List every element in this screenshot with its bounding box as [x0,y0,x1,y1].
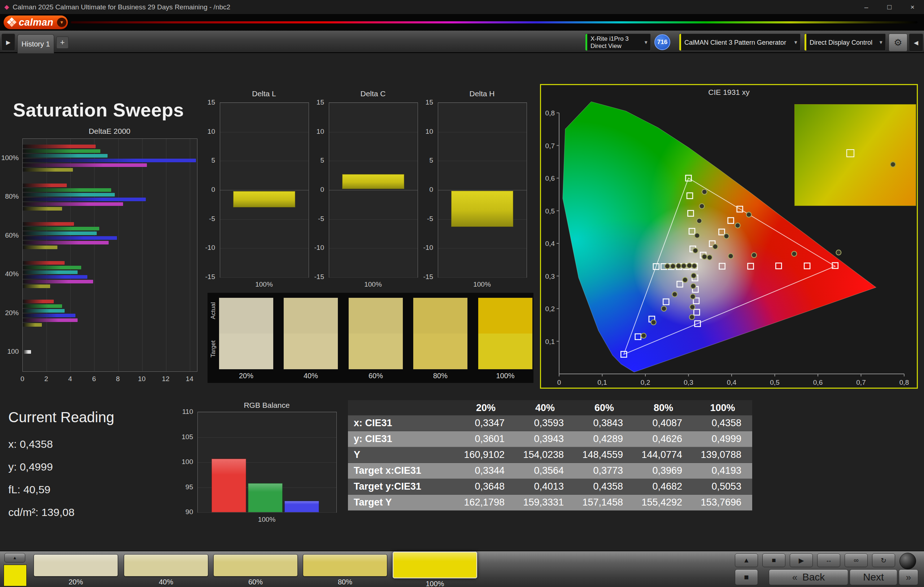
plot-area [22,138,198,372]
pattern-swatch-60%[interactable] [213,554,298,577]
table-cell: 139,0788 [693,447,752,463]
plot-area [438,102,527,278]
cie-measured-dot [713,244,718,249]
deltae-bar [23,318,78,322]
gridline [329,248,417,248]
step-button[interactable]: ↔ [817,554,840,567]
plot-area [329,102,418,278]
target-row-label: Target [210,340,217,357]
chart-title: Delta L [220,89,308,98]
swatch-column: 20% [219,298,274,380]
gridline [220,190,309,191]
pattern-swatch-80%[interactable] [303,554,387,577]
measurement-count-badge[interactable]: 716 [654,34,670,50]
meter-name: X-Rite i1Pro 3 [591,35,629,43]
refresh-button[interactable]: ↻ [872,554,895,567]
next-page-chevron-button[interactable]: » [899,569,918,585]
chart-title: DeltaE 2000 [22,127,197,136]
rainbow-gradient-strip [71,21,917,23]
y-tick-label: -15 [309,273,324,281]
chart-title: CIE 1931 xy [541,88,917,97]
stop-button[interactable]: ■ [735,569,758,585]
cie-measured-dot [728,253,733,258]
chevron-down-icon[interactable]: ▼ [644,39,648,45]
cie-measured-dot [672,292,677,297]
table-cell: 0,3843 [574,415,634,431]
cie-measured-dot [687,263,692,268]
collapse-panel-button[interactable]: ◀ [909,33,923,51]
pattern-swatch-wrap: 40% [124,554,208,586]
close-button[interactable]: × [901,0,924,14]
pattern-swatch-label: 60% [213,578,298,586]
pattern-window-button[interactable]: ▲ [4,553,25,562]
table-cell: 0,3564 [515,463,574,479]
calman-menu-button[interactable]: calman ▼ [3,15,68,29]
pattern-swatch-100%[interactable] [393,552,477,578]
calman-logo-text: calman [19,17,53,28]
record-indicator-button[interactable] [899,553,916,569]
meter-dropdown[interactable]: X-Rite i1Pro 3 Direct View ▼ [585,33,651,51]
table-cell: 0,5053 [693,479,752,495]
cie-measured-dot [792,251,797,257]
chevron-down-icon[interactable]: ▼ [878,39,883,45]
meter-label: X-Rite i1Pro 3 Direct View [591,35,629,50]
pattern-swatch-label: 100% [393,580,477,587]
table-row-label: Target x:CIE31 [348,463,456,479]
pattern-swatch-40%[interactable] [124,554,208,577]
chevron-down-icon[interactable]: ▼ [57,18,66,27]
cie-measured-dot [746,212,751,217]
x-tick-label: 0,2 [641,378,650,386]
deltae-bar [23,145,96,148]
deltae-bar [23,275,87,279]
stop-small-button[interactable]: ■ [762,554,785,567]
rgb-balance-chart: RGB Balance 1101051009590 100% [179,401,338,531]
pattern-swatch-20%[interactable] [33,554,118,577]
table-cell: 0,3344 [456,463,515,479]
table-header-cell: 100% [693,400,752,415]
chevron-up-icon: ▲ [13,555,17,560]
cie-measured-dot [691,284,696,289]
play-button[interactable]: ▶ [790,554,813,567]
y-axis-labels: 151050-5-10-15 [200,102,216,277]
table-cell: 157,1458 [574,495,634,511]
cie-measured-dot [690,294,695,299]
minimize-button[interactable]: – [855,0,878,14]
loop-button[interactable]: ∞ [845,554,868,567]
add-tab-button[interactable]: + [56,36,69,49]
y-axis-labels: 1101051009590 [179,412,195,512]
settings-gear-button[interactable]: ⚙ [889,33,908,51]
maximize-button[interactable]: □ [878,0,901,14]
pattern-generator-dropdown[interactable]: CalMAN Client 3 Pattern Generator ▼ [679,33,800,51]
swatch-comparison-panel: Actual Target 20%40%60%80%100% [208,293,533,383]
y-tick-label: 0,5 [545,207,555,215]
cie-measured-dot [690,315,695,320]
y-tick-label: 0,6 [545,174,555,182]
deltae-bar [23,163,147,167]
deltae-bar [23,323,42,327]
pattern-swatch-wrap: 100% [393,554,477,587]
pattern-swatch-label: 40% [124,578,208,586]
gridline [329,132,417,132]
cie-measured-dot [751,253,757,258]
y-tick-label: 95 [178,483,193,491]
deltae-bar [23,270,78,274]
expand-panel-button[interactable]: ▶ [2,33,15,51]
gridline [198,437,337,438]
table-cell: 162,1798 [456,495,515,511]
gridline [198,512,337,513]
x-axis-label: 100% [220,281,308,288]
chart-title: RGB Balance [198,401,336,409]
eject-button[interactable]: ▲ [735,554,758,567]
display-control-dropdown[interactable]: Direct Display Control ▼ [804,33,886,51]
cie-measured-dot [836,250,841,255]
x-tick-label: 10 [138,375,145,383]
tab-history-1[interactable]: History 1 [17,34,54,53]
next-button[interactable]: Next [850,569,897,585]
swatch-label: 60% [348,372,403,380]
x-tick-label: 12 [162,375,169,383]
y-tick-label: 15 [309,99,324,106]
back-button[interactable]: « Back [769,569,848,585]
y-tick-label: 0,2 [545,305,555,312]
x-tick-label: 2 [45,375,48,383]
chevron-down-icon[interactable]: ▼ [793,39,798,45]
